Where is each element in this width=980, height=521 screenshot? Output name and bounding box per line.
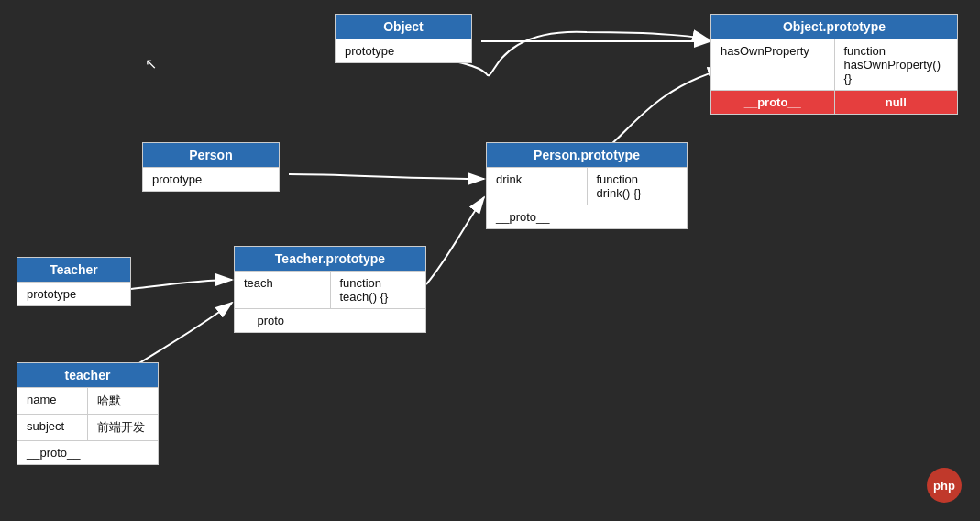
proto-label: __proto__ [711,91,834,114]
teacher-instance-box: teacher name 哈默 subject 前端开发 __proto__ [17,362,159,465]
teacher-box: Teacher prototype [17,257,131,306]
drink-value: function drink() {} [587,168,688,205]
person-prototype-cell: prototype [143,168,279,191]
drink-label: drink [487,168,587,205]
object-prototype-row1: hasOwnProperty function hasOwnProperty()… [711,39,957,90]
teacher-row-prototype: prototype [17,282,130,305]
person-proto-label: __proto__ [487,205,687,228]
teacher-title: Teacher [17,258,130,282]
object-title: Object [336,15,471,39]
instance-proto-label: __proto__ [17,441,158,464]
object-prototype-cell: prototype [336,39,471,62]
person-row-prototype: prototype [143,167,279,191]
person-prototype-box: Person.prototype drink function drink() … [486,142,688,229]
name-label: name [17,388,87,414]
person-box: Person prototype [142,142,280,192]
object-prototype-box: Object.prototype hasOwnProperty function… [710,14,958,115]
person-title: Person [143,143,279,167]
teacher-instance-row2: subject 前端开发 [17,414,158,440]
php-badge: php [927,468,962,503]
teacher-proto-label: __proto__ [235,309,425,332]
teacher-prototype-title: Teacher.prototype [235,247,425,271]
teacher-prototype-row2: __proto__ [235,308,425,332]
person-prototype-row1: drink function drink() {} [487,167,687,205]
subject-label: subject [17,415,87,440]
teacher-instance-row3: __proto__ [17,440,158,464]
teach-value: function teach() {} [330,272,426,308]
subject-value: 前端开发 [87,415,158,440]
teach-label: teach [235,272,330,308]
diagram-container: Object prototype Object.prototype hasOwn… [0,0,980,521]
object-row-prototype: prototype [336,39,471,62]
cursor: ↖ [145,55,157,72]
name-value: 哈默 [87,388,158,414]
object-prototype-title: Object.prototype [711,15,957,39]
teacher-instance-title: teacher [17,363,158,387]
teacher-prototype-box: Teacher.prototype teach function teach()… [234,246,426,333]
person-prototype-title: Person.prototype [487,143,687,167]
null-value: null [834,91,958,114]
teacher-prototype-row1: teach function teach() {} [235,271,425,308]
object-prototype-row2: __proto__ null [711,90,957,114]
has-own-property-label: hasOwnProperty [711,39,834,90]
person-prototype-row2: __proto__ [487,205,687,228]
object-box: Object prototype [335,14,472,63]
teacher-prototype-cell: prototype [17,283,130,305]
teacher-instance-row1: name 哈默 [17,387,158,414]
has-own-property-value: function hasOwnProperty() {} [834,39,958,90]
